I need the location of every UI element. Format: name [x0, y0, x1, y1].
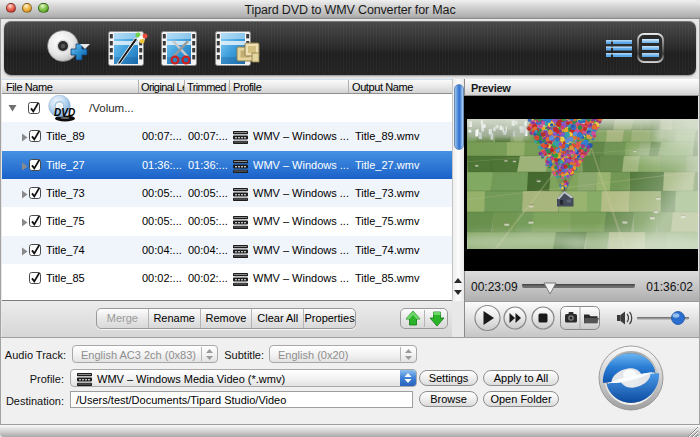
- svg-text:DVD: DVD: [54, 107, 75, 118]
